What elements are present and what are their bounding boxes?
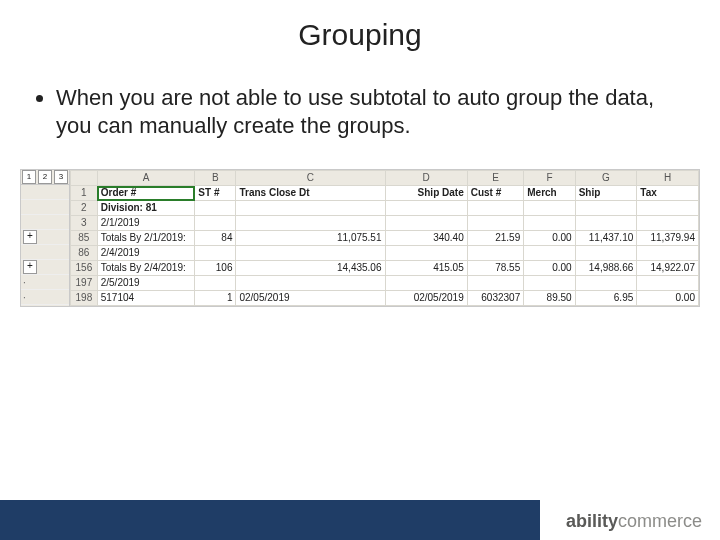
col-header-E[interactable]: E: [467, 171, 524, 186]
cell[interactable]: [467, 216, 524, 231]
table-row: 86 2/4/2019: [71, 246, 699, 261]
cell[interactable]: [575, 276, 637, 291]
outline-level-header: 1 2 3: [21, 170, 69, 185]
cell[interactable]: 2/5/2019: [97, 276, 195, 291]
cell[interactable]: 1: [195, 291, 236, 306]
cell[interactable]: [467, 276, 524, 291]
table-row: 85 Totals By 2/1/2019: 84 11,075.51 340.…: [71, 231, 699, 246]
cell[interactable]: [385, 216, 467, 231]
cell[interactable]: [236, 276, 385, 291]
outline-level-2[interactable]: 2: [38, 170, 52, 184]
cell[interactable]: Totals By 2/4/2019:: [97, 261, 195, 276]
cell[interactable]: [195, 246, 236, 261]
header-data-row: 1 Order # ST # Trans Close Dt Ship Date …: [71, 186, 699, 201]
cell[interactable]: 106: [195, 261, 236, 276]
row-header[interactable]: 85: [71, 231, 98, 246]
col-header-C[interactable]: C: [236, 171, 385, 186]
cell[interactable]: Order #: [97, 186, 195, 201]
cell[interactable]: Division: 81: [97, 201, 195, 216]
cell[interactable]: 11,075.51: [236, 231, 385, 246]
col-header-D[interactable]: D: [385, 171, 467, 186]
cell[interactable]: 14,988.66: [575, 261, 637, 276]
cell[interactable]: [195, 276, 236, 291]
cell[interactable]: 0.00: [524, 231, 575, 246]
grid: A B C D E F G H 1 Order #: [70, 170, 699, 306]
cell[interactable]: 11,379.94: [637, 231, 699, 246]
cell[interactable]: 2/4/2019: [97, 246, 195, 261]
cell[interactable]: [637, 276, 699, 291]
cell[interactable]: 415.05: [385, 261, 467, 276]
row-header[interactable]: 3: [71, 216, 98, 231]
cell[interactable]: [236, 201, 385, 216]
row-header[interactable]: 86: [71, 246, 98, 261]
select-all-corner[interactable]: [71, 171, 98, 186]
row-header[interactable]: 1: [71, 186, 98, 201]
cell[interactable]: 14,435.06: [236, 261, 385, 276]
cell[interactable]: 78.55: [467, 261, 524, 276]
cell[interactable]: 21.59: [467, 231, 524, 246]
cell[interactable]: 84: [195, 231, 236, 246]
cell[interactable]: [524, 216, 575, 231]
logo-part2: commerce: [618, 511, 702, 531]
col-header-B[interactable]: B: [195, 171, 236, 186]
outline-dot-icon: ·: [23, 292, 26, 303]
spreadsheet: 1 2 3 + + · ·: [20, 169, 700, 307]
cell[interactable]: [637, 201, 699, 216]
cell[interactable]: 14,922.07: [637, 261, 699, 276]
outline-dot-icon: ·: [23, 277, 26, 288]
col-header-G[interactable]: G: [575, 171, 637, 186]
col-header-H[interactable]: H: [637, 171, 699, 186]
cell[interactable]: Ship: [575, 186, 637, 201]
table-row: 3 2/1/2019: [71, 216, 699, 231]
col-header-A[interactable]: A: [97, 171, 195, 186]
cell[interactable]: 6032307: [467, 291, 524, 306]
row-header[interactable]: 197: [71, 276, 98, 291]
col-header-F[interactable]: F: [524, 171, 575, 186]
row-header[interactable]: 198: [71, 291, 98, 306]
cell[interactable]: 02/05/2019: [236, 291, 385, 306]
row-header[interactable]: 2: [71, 201, 98, 216]
cell[interactable]: Totals By 2/1/2019:: [97, 231, 195, 246]
bullet-block: When you are not able to use subtotal to…: [34, 84, 686, 139]
cell[interactable]: ST #: [195, 186, 236, 201]
outline-level-1[interactable]: 1: [22, 170, 36, 184]
outline-column: 1 2 3 + + · ·: [21, 170, 70, 306]
cell[interactable]: Ship Date: [385, 186, 467, 201]
cell[interactable]: [236, 246, 385, 261]
cell[interactable]: Cust #: [467, 186, 524, 201]
cell[interactable]: [195, 216, 236, 231]
cell[interactable]: 517104: [97, 291, 195, 306]
cell[interactable]: [236, 216, 385, 231]
cell[interactable]: [524, 276, 575, 291]
outline-expand-button[interactable]: +: [23, 260, 37, 274]
row-header[interactable]: 156: [71, 261, 98, 276]
cell[interactable]: [637, 246, 699, 261]
cell[interactable]: [575, 216, 637, 231]
cell[interactable]: Trans Close Dt: [236, 186, 385, 201]
cell[interactable]: [195, 201, 236, 216]
cell[interactable]: [524, 201, 575, 216]
cell[interactable]: [575, 201, 637, 216]
cell[interactable]: Merch: [524, 186, 575, 201]
cell[interactable]: 2/1/2019: [97, 216, 195, 231]
cell[interactable]: [637, 216, 699, 231]
cell[interactable]: 0.00: [637, 291, 699, 306]
cell[interactable]: [385, 201, 467, 216]
cell[interactable]: 11,437.10: [575, 231, 637, 246]
cell[interactable]: [467, 246, 524, 261]
cell[interactable]: [385, 246, 467, 261]
cell[interactable]: 02/05/2019: [385, 291, 467, 306]
cell[interactable]: [524, 246, 575, 261]
cell[interactable]: [575, 246, 637, 261]
cell[interactable]: 0.00: [524, 261, 575, 276]
column-header-row: A B C D E F G H: [71, 171, 699, 186]
cell[interactable]: 6.95: [575, 291, 637, 306]
cell[interactable]: 340.40: [385, 231, 467, 246]
cell[interactable]: Tax: [637, 186, 699, 201]
footer-strip: [0, 500, 540, 540]
cell[interactable]: 89.50: [524, 291, 575, 306]
cell[interactable]: [385, 276, 467, 291]
cell[interactable]: [467, 201, 524, 216]
outline-expand-button[interactable]: +: [23, 230, 37, 244]
outline-level-3[interactable]: 3: [54, 170, 68, 184]
